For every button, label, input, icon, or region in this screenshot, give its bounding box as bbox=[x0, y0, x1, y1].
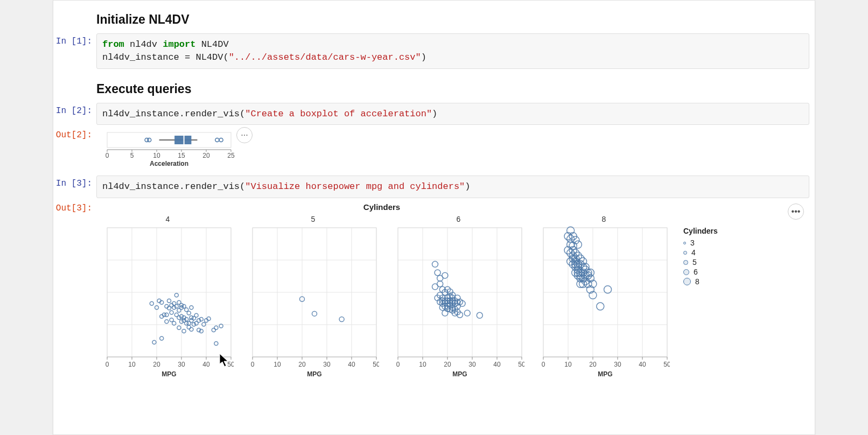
heading-initialize: Initialize NL4DV bbox=[96, 12, 808, 27]
svg-text:30: 30 bbox=[468, 361, 476, 368]
svg-point-90 bbox=[152, 341, 156, 345]
svg-text:20: 20 bbox=[444, 361, 451, 368]
legend-item: 4 bbox=[683, 248, 718, 257]
svg-text:10: 10 bbox=[274, 361, 281, 368]
svg-point-5 bbox=[148, 138, 151, 142]
legend-item: 6 bbox=[683, 268, 718, 276]
code-cell-3[interactable]: In [3]: nl4dv_instance.render_vis("Visua… bbox=[53, 174, 815, 199]
svg-text:Acceleration: Acceleration bbox=[150, 160, 188, 167]
scatter-facet-4: 401020304050MPG bbox=[102, 212, 234, 382]
svg-point-198 bbox=[437, 276, 443, 282]
legend-label: 5 bbox=[692, 258, 697, 266]
output-area-2: 0510152025Acceleration ··· bbox=[96, 127, 815, 167]
svg-point-86 bbox=[165, 320, 169, 324]
svg-point-35 bbox=[150, 302, 153, 306]
svg-point-6 bbox=[215, 138, 219, 142]
code-cell-1[interactable]: In [1]: from nl4dv import NL4DV nl4dv_in… bbox=[53, 32, 815, 70]
code-content-2[interactable]: nl4dv_instance.render_vis("Create a boxp… bbox=[96, 103, 809, 125]
svg-point-122 bbox=[339, 317, 344, 322]
svg-text:20: 20 bbox=[153, 361, 160, 368]
code-cell-2[interactable]: In [2]: nl4dv_instance.render_vis("Creat… bbox=[53, 102, 815, 127]
svg-point-40 bbox=[170, 311, 173, 314]
c2pre: nl4dv_instance.render_vis( bbox=[102, 109, 245, 119]
svg-point-121 bbox=[312, 311, 317, 316]
svg-text:20: 20 bbox=[589, 361, 597, 368]
c3pre: nl4dv_instance.render_vis( bbox=[102, 181, 245, 192]
legend-marker-icon bbox=[683, 251, 687, 255]
svg-point-7 bbox=[219, 138, 223, 142]
line2a: nl4dv_instance = NL4DV( bbox=[102, 52, 229, 62]
output-cell-3: Out[3]: ••• Cylinders 401020304050MPG501… bbox=[53, 199, 815, 383]
legend-marker-icon bbox=[683, 260, 688, 265]
facet-super-title: Cylinders bbox=[102, 202, 662, 212]
svg-rect-2 bbox=[174, 136, 191, 144]
legend-label: 6 bbox=[694, 268, 698, 276]
legend-marker-icon bbox=[683, 269, 689, 275]
svg-point-79 bbox=[190, 328, 193, 332]
legend-item: 8 bbox=[683, 277, 718, 286]
svg-text:20: 20 bbox=[202, 152, 210, 159]
scatter-facet-6: 601020304050MPG bbox=[393, 212, 524, 382]
svg-text:30: 30 bbox=[178, 361, 185, 368]
facet-header: 8 bbox=[538, 212, 670, 224]
svg-text:40: 40 bbox=[348, 361, 355, 368]
svg-text:50: 50 bbox=[663, 361, 670, 368]
facet-header: 6 bbox=[393, 212, 524, 224]
kw-import: import bbox=[163, 39, 195, 50]
prompt-in-3: In [3]: bbox=[53, 176, 96, 188]
heading-execute: Execute queries bbox=[96, 82, 808, 96]
svg-text:20: 20 bbox=[298, 361, 306, 368]
svg-point-66 bbox=[214, 326, 218, 329]
code-content-3[interactable]: nl4dv_instance.render_vis("Visualize hor… bbox=[96, 176, 809, 198]
svg-point-62 bbox=[202, 322, 206, 326]
more-options-button[interactable]: ··· bbox=[236, 127, 253, 143]
svg-text:MPG: MPG bbox=[598, 370, 612, 378]
boxplot-chart: 0510152025Acceleration bbox=[102, 129, 236, 167]
scatter-plot: 01020304050MPG bbox=[247, 224, 379, 380]
code-content-1[interactable]: from nl4dv import NL4DV nl4dv_instance =… bbox=[96, 33, 809, 69]
svg-point-270 bbox=[597, 303, 604, 310]
svg-text:MPG: MPG bbox=[307, 370, 321, 378]
svg-text:0: 0 bbox=[396, 361, 400, 368]
svg-point-68 bbox=[167, 299, 171, 303]
facet-header: 4 bbox=[102, 212, 234, 224]
svg-point-181 bbox=[442, 310, 448, 316]
scatter-plot: 01020304050MPG bbox=[393, 224, 524, 380]
svg-text:50: 50 bbox=[227, 361, 234, 368]
str2: "../../assets/data/cars-w-year.csv" bbox=[229, 52, 421, 62]
svg-text:30: 30 bbox=[614, 361, 621, 368]
facet-header: 5 bbox=[247, 212, 379, 224]
c2post: ) bbox=[432, 109, 437, 119]
prompt-out-2: Out[2]: bbox=[53, 127, 96, 140]
scatter-facet-8: 801020304050MPG bbox=[538, 212, 670, 382]
svg-point-190 bbox=[464, 310, 470, 316]
svg-text:15: 15 bbox=[178, 152, 185, 159]
cls-name: NL4DV bbox=[195, 39, 228, 50]
legend-item: 3 bbox=[683, 238, 718, 247]
svg-text:10: 10 bbox=[564, 361, 572, 368]
svg-point-72 bbox=[177, 326, 181, 329]
svg-point-59 bbox=[194, 313, 198, 317]
output-area-3: ••• Cylinders 401020304050MPG50102030405… bbox=[96, 200, 815, 382]
legend-label: 3 bbox=[690, 238, 695, 247]
svg-point-74 bbox=[187, 311, 191, 315]
svg-text:5: 5 bbox=[130, 152, 134, 159]
c2str: "Create a boxplot of acceleration" bbox=[245, 109, 432, 119]
svg-text:0: 0 bbox=[106, 152, 109, 159]
legend-item: 5 bbox=[683, 258, 718, 266]
svg-text:50: 50 bbox=[373, 361, 379, 368]
svg-point-53 bbox=[185, 308, 188, 312]
svg-text:30: 30 bbox=[323, 361, 331, 368]
c3str: "Visualize horsepower mpg and cylinders" bbox=[245, 181, 465, 192]
legend-marker-icon bbox=[683, 278, 691, 285]
svg-point-84 bbox=[177, 308, 181, 312]
svg-point-87 bbox=[182, 329, 186, 333]
svg-text:25: 25 bbox=[227, 152, 235, 159]
svg-text:0: 0 bbox=[251, 361, 255, 368]
scatter-facet-5: 501020304050MPG bbox=[247, 212, 379, 382]
scatter-legend: Cylinders34568 bbox=[683, 227, 718, 287]
svg-text:0: 0 bbox=[542, 361, 545, 368]
notebook-container: Initialize NL4DV In [1]: from nl4dv impo… bbox=[53, 0, 815, 435]
prompt-out-3: Out[3]: bbox=[53, 200, 96, 213]
scatter-plot: 01020304050MPG bbox=[538, 224, 670, 380]
